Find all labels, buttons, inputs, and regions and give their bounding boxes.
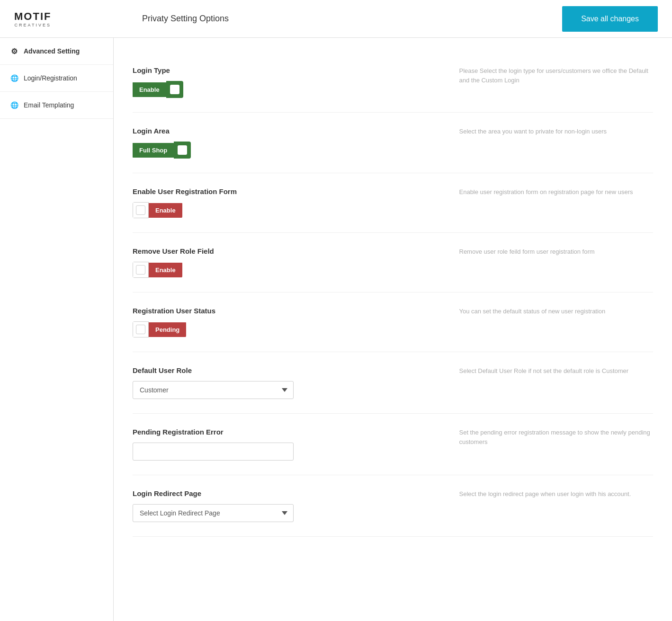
setting-left-login-area: Login Area Full Shop (133, 127, 327, 159)
toggle-login-area[interactable]: Full Shop (133, 142, 191, 159)
sidebar-item-advanced-setting-label: Advanced Setting (24, 47, 80, 55)
setting-pending-registration-error: Pending Registration Error Set the pendi… (133, 414, 653, 475)
toggle-switch-login-area (174, 142, 191, 159)
setting-login-type: Login Type Enable Please Select the logi… (133, 52, 653, 113)
select-default-user-role[interactable]: Customer Subscriber Administrator Editor (133, 381, 294, 399)
logo-sub-text: CREATIVES (14, 23, 51, 27)
setting-left-pending-reg-error: Pending Registration Error (133, 428, 327, 461)
toggle-switch-registration-status (133, 321, 149, 337)
logo-main-text: MOTIF (14, 10, 51, 22)
sidebar-item-email-templating[interactable]: Email Templating (0, 92, 113, 119)
sidebar: Advanced Setting Login/Registration Emai… (0, 38, 114, 621)
page-title: Privaty Setting Options (128, 14, 562, 24)
setting-login-area: Login Area Full Shop Select the area you… (133, 113, 653, 173)
input-pending-reg-error[interactable] (133, 443, 294, 461)
setting-desc-remove-user-role: Remove user role feild form user registr… (327, 247, 654, 257)
main-content: Login Type Enable Please Select the logi… (114, 38, 672, 621)
setting-left-registration-status: Registration User Status Pending (133, 307, 327, 337)
globe-icon-email (9, 100, 19, 110)
logo: MOTIF CREATIVES (14, 10, 51, 27)
toggle-login-type[interactable]: Enable (133, 81, 183, 98)
toggle-label-login-area: Full Shop (133, 143, 174, 158)
setting-desc-login-type: Please Select the login type for users/c… (327, 66, 654, 85)
setting-desc-default-user-role: Select Default User Role if not set the … (327, 366, 654, 376)
setting-desc-pending-reg-error: Set the pending error registration messa… (327, 428, 654, 446)
layout: Advanced Setting Login/Registration Emai… (0, 38, 672, 621)
toggle-switch-login-type (166, 81, 183, 98)
setting-left-default-user-role: Default User Role Customer Subscriber Ad… (133, 366, 327, 399)
setting-login-redirect: Login Redirect Page Select Login Redirec… (133, 475, 653, 537)
setting-title-login-area: Login Area (133, 127, 327, 135)
toggle-label-user-registration: Enable (149, 203, 182, 218)
setting-title-pending-reg-error: Pending Registration Error (133, 428, 327, 436)
select-login-redirect[interactable]: Select Login Redirect Page Home Shop My … (133, 504, 294, 522)
select-wrapper-login-redirect: Select Login Redirect Page Home Shop My … (133, 504, 294, 522)
toggle-registration-status[interactable]: Pending (133, 321, 186, 337)
toggle-knob-remove-user-role (136, 265, 145, 275)
toggle-knob-user-registration (136, 205, 145, 215)
setting-desc-user-registration: Enable user registration form on registr… (327, 187, 654, 197)
toggle-remove-user-role[interactable]: Enable (133, 262, 182, 278)
setting-user-registration: Enable User Registration Form Enable Ena… (133, 173, 653, 233)
setting-title-default-user-role: Default User Role (133, 366, 327, 374)
setting-desc-login-area: Select the area you want to private for … (327, 127, 654, 136)
setting-left-remove-user-role: Remove User Role Field Enable (133, 247, 327, 278)
setting-title-user-registration: Enable User Registration Form (133, 187, 327, 195)
logo-area: MOTIF CREATIVES (14, 10, 128, 27)
setting-remove-user-role: Remove User Role Field Enable Remove use… (133, 233, 653, 293)
toggle-user-registration[interactable]: Enable (133, 202, 182, 218)
save-changes-button[interactable]: Save all changes (562, 6, 658, 32)
setting-registration-status: Registration User Status Pending You can… (133, 293, 653, 352)
toggle-switch-remove-user-role (133, 262, 149, 278)
toggle-label-login-type: Enable (133, 82, 166, 97)
setting-default-user-role: Default User Role Customer Subscriber Ad… (133, 352, 653, 414)
sidebar-item-advanced-setting[interactable]: Advanced Setting (0, 38, 113, 65)
setting-left-login-redirect: Login Redirect Page Select Login Redirec… (133, 489, 327, 522)
gear-icon (9, 46, 19, 56)
setting-title-registration-status: Registration User Status (133, 307, 327, 315)
sidebar-item-login-registration-label: Login/Registration (24, 74, 77, 82)
select-wrapper-default-user-role: Customer Subscriber Administrator Editor (133, 381, 294, 399)
setting-title-login-type: Login Type (133, 66, 327, 74)
toggle-knob-login-type (170, 85, 179, 94)
toggle-knob-login-area (178, 145, 187, 155)
setting-left-user-registration: Enable User Registration Form Enable (133, 187, 327, 218)
toggle-label-registration-status: Pending (149, 322, 186, 337)
sidebar-item-login-registration[interactable]: Login/Registration (0, 65, 113, 92)
sidebar-item-email-templating-label: Email Templating (24, 101, 74, 109)
setting-left-login-type: Login Type Enable (133, 66, 327, 98)
setting-desc-login-redirect: Select the login redirect page when user… (327, 489, 654, 499)
setting-title-remove-user-role: Remove User Role Field (133, 247, 327, 255)
setting-desc-registration-status: You can set the default status of new us… (327, 307, 654, 316)
toggle-knob-registration-status (136, 325, 145, 334)
header: MOTIF CREATIVES Privaty Setting Options … (0, 0, 672, 38)
toggle-switch-user-registration (133, 202, 149, 218)
toggle-label-remove-user-role: Enable (149, 263, 182, 277)
globe-icon-login (9, 73, 19, 83)
setting-title-login-redirect: Login Redirect Page (133, 489, 327, 497)
